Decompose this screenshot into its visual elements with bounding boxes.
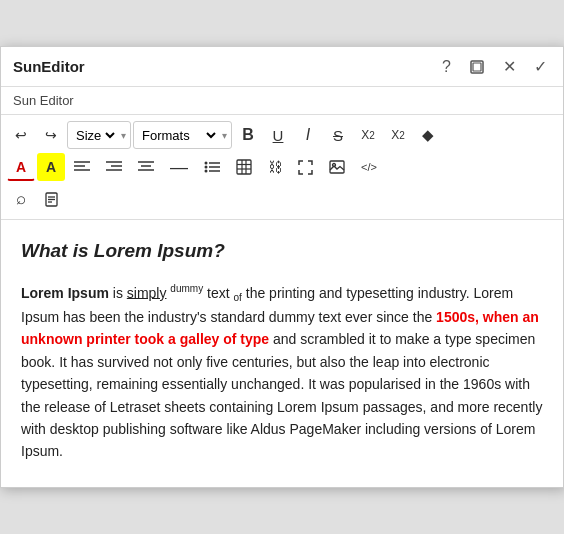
para1-end: and scrambled it to make a type specimen…	[21, 331, 542, 459]
content-area[interactable]: What is Lorem Ipsum? Lorem Ipsum is simp…	[1, 220, 563, 487]
maximize-button[interactable]	[465, 57, 489, 77]
close-button[interactable]: ✕	[499, 55, 520, 78]
text-word: text	[207, 284, 233, 300]
preview-button[interactable]	[37, 185, 66, 213]
align-center-button[interactable]	[131, 153, 161, 181]
svg-point-15	[205, 170, 208, 173]
size-select[interactable]: Size 8101214 16182436	[72, 127, 118, 144]
toolbar-row-3: ⌕	[7, 183, 557, 215]
confirm-button[interactable]: ✓	[530, 55, 551, 78]
bold-button[interactable]: B	[234, 121, 262, 149]
lorem-ipsum-bold: Lorem Ipsum	[21, 284, 109, 300]
svg-point-13	[205, 166, 208, 169]
toolbar-row-2: A A — ⛓ </>	[7, 151, 557, 183]
font-bg-button[interactable]: A	[37, 153, 65, 181]
size-chevron: ▾	[121, 130, 126, 141]
undo-button[interactable]: ↩	[7, 121, 35, 149]
toolbar: ↩ ↪ Size 8101214 16182436 ▾ Formats Para…	[1, 115, 563, 220]
align-right-button[interactable]	[99, 153, 129, 181]
eraser-button[interactable]: ◆	[414, 121, 442, 149]
svg-rect-17	[237, 160, 251, 174]
image-button[interactable]	[322, 153, 352, 181]
dummy-superscript: dummy	[170, 281, 203, 294]
subscript-button[interactable]: X2	[354, 121, 382, 149]
search-button[interactable]: ⌕	[7, 185, 35, 213]
formats-chevron: ▾	[222, 130, 227, 141]
superscript-button[interactable]: X2	[384, 121, 412, 149]
fullscreen-button[interactable]	[291, 153, 320, 181]
dialog-title: SunEditor	[13, 58, 438, 75]
redo-button[interactable]: ↪	[37, 121, 65, 149]
content-heading: What is Lorem Ipsum?	[21, 236, 543, 266]
formats-select-wrapper[interactable]: Formats Paragraph Heading 1Heading 2 ▾	[133, 121, 232, 149]
table-button[interactable]	[229, 153, 259, 181]
content-paragraph: Lorem Ipsum is simply dummy text of the …	[21, 279, 543, 463]
title-icons: ? ✕ ✓	[438, 55, 551, 78]
simply-text: simply	[127, 284, 167, 300]
list-button[interactable]	[197, 153, 227, 181]
is-text: is	[113, 284, 127, 300]
svg-rect-1	[473, 63, 481, 71]
editor-label: Sun Editor	[1, 87, 563, 115]
svg-point-11	[205, 162, 208, 165]
font-color-button[interactable]: A	[7, 153, 35, 181]
of-subscript: of	[234, 292, 242, 303]
size-select-wrapper[interactable]: Size 8101214 16182436 ▾	[67, 121, 131, 149]
title-bar: SunEditor ? ✕ ✓	[1, 47, 563, 87]
strikethrough-button[interactable]: S	[324, 121, 352, 149]
help-button[interactable]: ?	[438, 56, 455, 78]
hr-button[interactable]: —	[163, 153, 195, 181]
code-button[interactable]: </>	[354, 153, 384, 181]
link-button[interactable]: ⛓	[261, 153, 289, 181]
toolbar-row-1: ↩ ↪ Size 8101214 16182436 ▾ Formats Para…	[7, 119, 557, 151]
underline-button[interactable]: U	[264, 121, 292, 149]
formats-select[interactable]: Formats Paragraph Heading 1Heading 2	[138, 127, 219, 144]
sun-editor-dialog: SunEditor ? ✕ ✓ Sun Editor ↩ ↪ Size 8101…	[0, 46, 564, 488]
italic-button[interactable]: I	[294, 121, 322, 149]
align-left-button[interactable]	[67, 153, 97, 181]
